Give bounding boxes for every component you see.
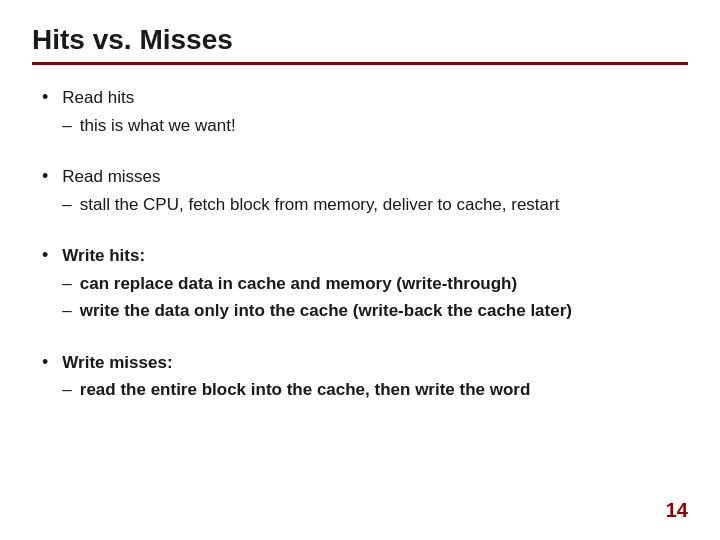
sub-dash-4-1: – <box>62 377 71 403</box>
bullet-text-1: Read hits – this is what we want! <box>62 85 235 138</box>
slide: Hits vs. Misses • Read hits – this is wh… <box>0 0 720 540</box>
sub-item-3-1: – can replace data in cache and memory (… <box>62 271 572 297</box>
slide-content: • Read hits – this is what we want! • Re… <box>32 85 688 403</box>
bullet-dot-3: • <box>42 245 48 266</box>
bullet-item-read-misses: • Read misses – stall the CPU, fetch blo… <box>42 164 678 217</box>
bullet-dot-1: • <box>42 87 48 108</box>
bullet-main-2: Read misses <box>62 164 559 190</box>
sub-dash-1-1: – <box>62 113 71 139</box>
sub-text-4-1: read the entire block into the cache, th… <box>80 377 531 403</box>
sub-text-3-1: can replace data in cache and memory (wr… <box>80 271 517 297</box>
bullet-dot-2: • <box>42 166 48 187</box>
bullet-text-4: Write misses: – read the entire block in… <box>62 350 530 403</box>
bullet-item-read-hits: • Read hits – this is what we want! <box>42 85 678 138</box>
title-underline <box>32 62 688 65</box>
bullet-item-write-misses: • Write misses: – read the entire block … <box>42 350 678 403</box>
sub-item-4-1: – read the entire block into the cache, … <box>62 377 530 403</box>
page-number: 14 <box>666 499 688 522</box>
sub-item-1-1: – this is what we want! <box>62 113 235 139</box>
sub-dash-3-2: – <box>62 298 71 324</box>
bullet-main-4: Write misses: <box>62 350 530 376</box>
bullet-main-3: Write hits: <box>62 243 572 269</box>
sub-item-2-1: – stall the CPU, fetch block from memory… <box>62 192 559 218</box>
bullet-main-1: Read hits <box>62 85 235 111</box>
bullet-text-2: Read misses – stall the CPU, fetch block… <box>62 164 559 217</box>
title-area: Hits vs. Misses <box>32 24 688 65</box>
sub-item-3-2: – write the data only into the cache (wr… <box>62 298 572 324</box>
bullet-item-write-hits: • Write hits: – can replace data in cach… <box>42 243 678 324</box>
bullet-text-3: Write hits: – can replace data in cache … <box>62 243 572 324</box>
sub-text-1-1: this is what we want! <box>80 113 236 139</box>
bullet-dot-4: • <box>42 352 48 373</box>
sub-dash-2-1: – <box>62 192 71 218</box>
sub-dash-3-1: – <box>62 271 71 297</box>
slide-title: Hits vs. Misses <box>32 24 688 56</box>
sub-text-3-2: write the data only into the cache (writ… <box>80 298 572 324</box>
sub-text-2-1: stall the CPU, fetch block from memory, … <box>80 192 560 218</box>
